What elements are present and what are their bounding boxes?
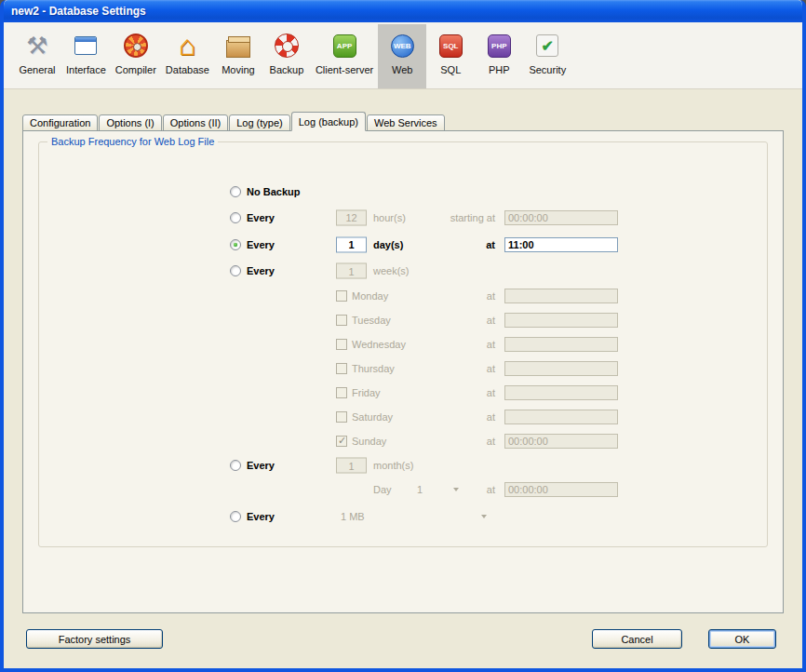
days-input[interactable] — [336, 236, 367, 252]
toolbar-item-security[interactable]: ✔ Security — [523, 24, 571, 88]
at-label: at — [439, 290, 495, 302]
tuesday-label: Tuesday — [352, 315, 391, 326]
row-every-day: Every day(s) at — [39, 231, 767, 258]
at-label: at — [439, 315, 495, 326]
friday-label: Friday — [352, 387, 381, 398]
at-label: at — [439, 411, 495, 423]
every-day-label: Every — [247, 239, 275, 250]
sql-database-icon: SQL — [436, 31, 465, 60]
weeks-input — [336, 263, 367, 279]
shield-check-icon: ✔ — [532, 31, 562, 60]
app-box-icon: APP — [329, 31, 359, 60]
radio-every-day[interactable] — [230, 239, 241, 250]
toolbar-item-web[interactable]: WEB Web — [378, 24, 426, 88]
php-icon: PHP — [484, 31, 514, 60]
toolbar-item-label: Security — [529, 64, 566, 75]
tab-log-backup[interactable]: Log (backup) — [291, 112, 366, 131]
monday-time-input — [504, 289, 618, 303]
row-month-day: Day 1 at — [39, 477, 767, 501]
sunday-label: Sunday — [352, 436, 386, 447]
toolbar-item-label: PHP — [489, 64, 510, 75]
thursday-time-input — [504, 361, 618, 376]
daily-time-input[interactable] — [504, 237, 618, 252]
tuesday-time-input — [504, 313, 618, 328]
lifebuoy-icon — [272, 31, 302, 60]
database-settings-window: new2 - Database Settings General Interfa… — [0, 0, 806, 672]
at-label: at — [439, 363, 495, 374]
radio-every-hour[interactable] — [230, 212, 241, 223]
row-sunday: Sunday at — [39, 429, 767, 453]
checkbox-saturday[interactable] — [336, 411, 347, 423]
monthly-time-input — [504, 482, 618, 497]
toolbar-item-moving[interactable]: Moving — [214, 24, 262, 88]
toolbar-item-label: SQL — [440, 64, 461, 75]
backup-frequency-group: Backup Frequency for Web Log File No Bac… — [38, 141, 768, 547]
row-friday: Friday at — [39, 381, 767, 405]
toolbar-item-compiler[interactable]: Compiler — [111, 24, 161, 88]
frequency-options: No Backup Every hour(s) starting at — [39, 142, 767, 532]
tab-log-type[interactable]: Log (type) — [229, 114, 290, 131]
checkbox-monday[interactable] — [336, 290, 347, 302]
gear-wheel-icon — [121, 31, 151, 60]
monday-label: Monday — [352, 290, 388, 302]
saturday-time-input — [504, 410, 618, 424]
row-monday: Monday at — [39, 284, 767, 308]
every-size-label: Every — [247, 511, 275, 522]
thursday-label: Thursday — [352, 363, 395, 374]
radio-every-month[interactable] — [230, 460, 241, 471]
checkbox-thursday[interactable] — [336, 363, 347, 374]
toolbar-item-backup[interactable]: Backup — [262, 24, 311, 88]
radio-every-size[interactable] — [230, 511, 241, 522]
size-select-value: 1 MB — [341, 511, 365, 522]
tab-panel-log-backup: Backup Frequency for Web Log File No Bac… — [22, 130, 784, 613]
window-title: new2 - Database Settings — [11, 5, 146, 18]
toolbar-item-client-server[interactable]: APP Client-server — [311, 24, 378, 88]
row-every-hour: Every hour(s) starting at — [39, 204, 767, 231]
checkbox-wednesday[interactable] — [336, 339, 347, 350]
weeks-unit-label: week(s) — [373, 265, 410, 276]
dialog-footer: Factory settings Cancel OK — [4, 613, 802, 649]
every-week-label: Every — [247, 265, 275, 276]
ok-button[interactable]: OK — [708, 629, 776, 649]
starting-at-label: starting at — [439, 212, 495, 223]
sunday-time-input — [504, 434, 618, 449]
radio-every-week[interactable] — [230, 265, 241, 276]
factory-settings-button[interactable]: Factory settings — [26, 629, 163, 649]
wednesday-label: Wednesday — [352, 339, 406, 350]
toolbar-item-php[interactable]: PHP PHP — [475, 24, 523, 88]
toolbar-item-label: Backup — [270, 64, 304, 75]
toolbar-item-label: Moving — [222, 64, 254, 75]
checkbox-tuesday[interactable] — [336, 315, 347, 326]
toolbar: General Interface Compiler Database Movi… — [4, 22, 802, 89]
toolbar-item-sql[interactable]: SQL SQL — [426, 24, 475, 88]
toolbar-item-label: Client-server — [316, 64, 373, 75]
row-saturday: Saturday at — [39, 405, 767, 429]
radio-no-backup[interactable] — [230, 186, 241, 197]
row-every-month: Every month(s) — [39, 453, 767, 477]
window-icon — [71, 31, 101, 60]
at-label: at — [439, 387, 495, 398]
at-label: at — [439, 436, 495, 447]
hourly-start-time-input — [504, 210, 618, 225]
chevron-down-icon — [481, 515, 487, 518]
titlebar[interactable]: new2 - Database Settings — [4, 0, 802, 22]
day-label: Day — [373, 484, 392, 495]
toolbar-item-general[interactable]: General — [13, 24, 61, 88]
cancel-button[interactable]: Cancel — [592, 629, 682, 649]
toolbar-item-interface[interactable]: Interface — [61, 24, 111, 88]
daily-at-label: at — [439, 239, 495, 250]
saturday-label: Saturday — [352, 411, 393, 423]
row-tuesday: Tuesday at — [39, 308, 767, 332]
tab-configuration[interactable]: Configuration — [22, 114, 98, 131]
tab-options-2[interactable]: Options (II) — [163, 114, 228, 131]
row-every-size: Every 1 MB — [39, 501, 767, 532]
toolbar-item-database[interactable]: Database — [161, 24, 214, 88]
tools-icon — [22, 31, 52, 60]
checkbox-friday[interactable] — [336, 387, 347, 398]
checkbox-sunday[interactable] — [336, 436, 347, 447]
toolbar-item-label: Database — [166, 64, 209, 75]
tab-web-services[interactable]: Web Services — [367, 114, 445, 131]
row-every-week: Every week(s) — [39, 258, 767, 284]
wednesday-time-input — [504, 337, 618, 352]
tab-options-1[interactable]: Options (I) — [99, 114, 161, 131]
